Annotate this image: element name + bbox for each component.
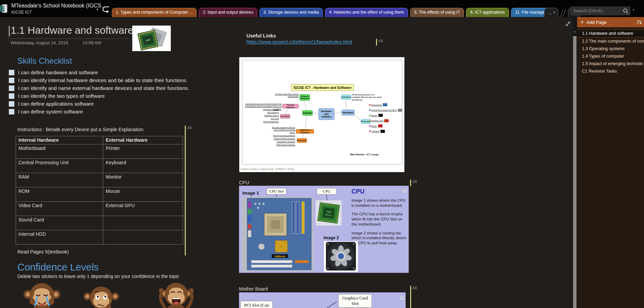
confidence-subtitle: Delete two stickers to leave only 1 depe… — [17, 274, 179, 279]
mm-hardware-examples-list: Motherboard Central Processing Unit (CPU… — [369, 102, 402, 134]
table-cell[interactable]: ROM — [16, 187, 103, 202]
mm-application-example: Word Processing Software — [262, 135, 295, 137]
table-cell[interactable]: RAM — [16, 173, 103, 187]
mm-system-example: Hardware Drivers — [252, 114, 279, 117]
page-title[interactable]: 1.1 Hardware and software — [11, 25, 133, 36]
section-tab[interactable]: 5. The effects of using IT — [410, 8, 464, 17]
section-tabs: 1. Types and components of Computer ...2… — [112, 8, 558, 17]
page-list-item[interactable]: 1.3 Operating systems — [577, 45, 644, 52]
todo-checkbox[interactable] — [9, 101, 14, 107]
mm-hardware-example: Mouse — [369, 123, 402, 129]
confidence-heading: Confidence Levels — [17, 262, 99, 273]
search-icon[interactable] — [623, 8, 629, 14]
mm-application-examples-node: Examples — [297, 138, 307, 143]
bullet-icon — [369, 115, 371, 116]
table-row: ROM Mouse — [16, 187, 183, 202]
scroll-up-arrow-icon[interactable]: ▲ — [573, 30, 577, 33]
sticker-monkey-crying[interactable] — [20, 280, 64, 308]
mm-system-software-node: System Software — [282, 104, 299, 108]
todo-checkbox[interactable] — [9, 93, 14, 99]
mm-application-example: Spreadsheet Software — [262, 141, 295, 143]
table-cell[interactable]: Keyboard — [103, 159, 183, 173]
page-list-item[interactable]: 1.4 Types of computer — [577, 52, 644, 60]
table-cell[interactable]: Monitor — [103, 173, 183, 187]
table-cell[interactable]: Mouse — [103, 187, 183, 202]
pci-slot-tag: PCI Slot (Can — [240, 301, 273, 308]
checklist-row: I can identify and name external hardwar… — [9, 84, 189, 92]
full-page-view-icon[interactable] — [565, 20, 571, 27]
todo-checkbox[interactable] — [9, 78, 14, 83]
cpu-tag: CPU — [317, 188, 336, 195]
notebook-title[interactable]: MTeasdale's School Notebook (IGCS... — [11, 3, 106, 9]
image1-label: Image 1 — [242, 190, 259, 196]
table-cell[interactable]: Motherboard — [16, 144, 103, 159]
add-page-button[interactable]: + Add Page — [577, 17, 644, 27]
app-window: MTeasdale's School Notebook (IGCS... IGC… — [0, 0, 644, 308]
pages-sidebar: + Add Page 1.1 Hardware and software1.2 … — [577, 17, 644, 308]
mm-system-example: Disk Defragmenter — [252, 121, 279, 123]
page-list-item[interactable]: 1.5 Impact of emerging technolo — [577, 60, 644, 67]
table-cell[interactable] — [103, 216, 183, 230]
section-tab[interactable]: 6. ICT applications — [466, 8, 509, 17]
cpu-paragraph: Image 1 shows where the CPU is installed… — [351, 198, 407, 208]
todo-checkbox[interactable] — [9, 109, 14, 114]
mindmap-center-line: Hardware — [321, 110, 332, 113]
page-list-item[interactable]: 1.1 Hardware and software — [577, 29, 644, 37]
table-row: Motherboard Printer — [16, 144, 183, 159]
sticker-monkey-excited[interactable] — [155, 279, 198, 308]
mindmap-title: IGCSE ICT - Hardware and Software — [291, 84, 354, 91]
tab-overflow-button[interactable]: … ▾ — [544, 8, 558, 17]
page-list-item[interactable]: 1.2 The main components of com — [577, 37, 644, 45]
cpu-photo[interactable]: intel — [132, 26, 171, 51]
author-tag-link: AB — [376, 39, 383, 46]
table-cell[interactable] — [103, 230, 183, 245]
mm-system-examples-node: Examples — [280, 114, 290, 119]
search-scope-chevron-icon[interactable]: ▾ — [633, 8, 634, 12]
mindmap-center-node: HardwareandSoftware — [318, 108, 334, 120]
mm-application-examples-list: Word Processing SoftwareGraphics Editing… — [262, 135, 295, 147]
undo-icon[interactable] — [102, 5, 111, 14]
mindmap-image[interactable]: IGCSE ICT - Hardware and Software Hardwa… — [239, 57, 405, 172]
section-tab[interactable]: 4. Networks and the effect of using them — [325, 8, 408, 17]
table-cell[interactable]: External GPU — [103, 202, 183, 216]
bullet-icon — [369, 109, 371, 111]
section-tab[interactable]: 3. Storage devices and media — [259, 8, 323, 17]
author-initials: AB — [187, 126, 192, 130]
mm-software-node: Software — [302, 110, 313, 115]
todo-checkbox[interactable] — [9, 70, 14, 75]
bullet-icon — [369, 125, 371, 127]
instructions-text: Instructions : Beside every Device put a… — [17, 127, 144, 132]
page-list: 1.1 Hardware and software1.2 The main co… — [577, 29, 644, 75]
cpu-slot-tag: CPU Slot — [267, 188, 286, 195]
chevron-down-icon[interactable]: ▾ — [96, 7, 98, 11]
mm-hardware-example-label: Graphics Card — [371, 120, 383, 122]
table-cell[interactable]: Printer — [103, 144, 183, 159]
section-tab[interactable]: 2. Input and output devices — [199, 8, 257, 17]
checklist-item-label: I can define applications software — [18, 101, 94, 107]
mm-system-example: Operating Systems — [252, 108, 279, 111]
page-list-item[interactable]: C1 Revision Tasks — [577, 67, 644, 75]
sticker-monkey-confused[interactable] — [82, 282, 121, 308]
table-cell[interactable]: Sound Card — [16, 216, 103, 230]
mm-hardware-example: Graphics Card — [369, 118, 402, 124]
hyperlink[interactable]: https://www.igcseict.info/theory/1/hwsw/… — [246, 39, 352, 45]
table-cell[interactable]: Video Card — [16, 202, 103, 216]
onenote-icon — [0, 4, 8, 13]
scrollbar-thumb[interactable] — [573, 36, 576, 308]
close-icon[interactable]: × — [400, 295, 405, 301]
mm-hardware-example-label: Motherboard — [371, 104, 382, 106]
section-tab[interactable]: 1. Types and components of Computer ... — [112, 8, 197, 17]
read-pages-note: Read Pages 5(textbook) — [17, 249, 69, 255]
search-input[interactable] — [571, 7, 627, 15]
table-cell[interactable]: Internal HDD — [16, 230, 103, 245]
motherboard-panel[interactable]: PCI Slot (Can Graphics Card Slot × — [239, 292, 406, 308]
table-header-row: Internal Hardware External Hardware — [16, 136, 183, 144]
cpu-panel[interactable]: Image 1 CPU Slot CPU ASRock — [239, 186, 409, 273]
close-icon[interactable]: × — [402, 188, 408, 194]
sort-pages-icon[interactable] — [637, 20, 642, 25]
table-cell[interactable]: Central Processing Unit — [16, 159, 103, 173]
mm-hardware-example: Keyboard — [369, 129, 402, 134]
top-bar: MTeasdale's School Notebook (IGCS... IGC… — [0, 0, 644, 17]
table-row: Central Processing Unit Keyboard — [16, 159, 183, 173]
todo-checkbox[interactable] — [9, 86, 14, 91]
